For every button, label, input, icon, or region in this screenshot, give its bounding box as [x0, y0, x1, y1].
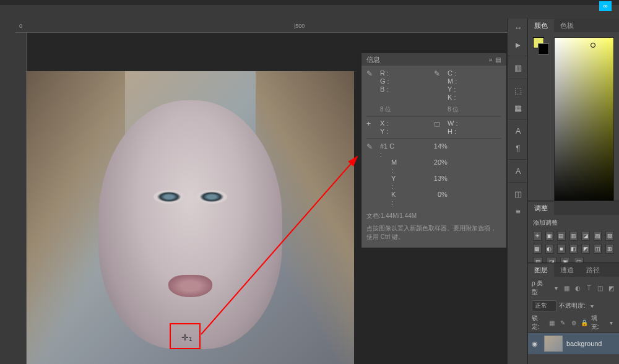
opacity-dropdown-icon[interactable]: ▾	[588, 301, 597, 310]
lock-transparency-icon[interactable]: ▦	[548, 318, 556, 327]
info-help-text: 点按图像以置入新颜色取样器。要用附加选项，使用 Ctrl 键。	[366, 224, 501, 241]
color-panel-tabs: 颜色 色板	[528, 19, 619, 32]
tab-color[interactable]: 颜色	[528, 19, 554, 32]
panel-menu-icon[interactable]: » ▤	[489, 56, 501, 63]
paragraph-icon[interactable]: ¶	[508, 139, 528, 157]
eyedropper-icon: ✎	[434, 69, 444, 102]
color-panel: 颜色 色板	[527, 19, 619, 212]
background-color-swatch[interactable]	[538, 43, 549, 54]
filter-adjust-icon[interactable]: ◐	[574, 284, 582, 292]
info-cmyk-mode: 8 位	[448, 105, 459, 114]
curves-icon[interactable]: ▤	[557, 231, 566, 241]
info-wh-readout: W : H :	[448, 119, 501, 136]
ruler-horizontal: 0 |500	[15, 22, 508, 33]
color-balance-icon[interactable]: ▧	[605, 231, 614, 241]
lock-position-icon[interactable]: ⊕	[569, 318, 578, 327]
brightness-icon[interactable]: ☀	[533, 231, 542, 241]
ruler-mark: |500	[294, 23, 305, 29]
info-rgb-mode: 8 位	[380, 105, 391, 114]
right-panel-dock: ↔ ▶ ▥ ⬚ ▦ A ¶ A ◫ ≡	[508, 19, 527, 364]
threshold-icon[interactable]: ⊞	[605, 244, 614, 254]
tab-swatches[interactable]: 色板	[554, 19, 580, 32]
swatches-icon[interactable]: ▦	[508, 99, 528, 116]
info-panel: 信息 » ▤ ✎ R : G : B : ✎ C : M : Y : K :	[361, 53, 507, 248]
color-lookup-icon[interactable]: ◧	[569, 244, 578, 254]
filter-pixel-icon[interactable]: ▦	[563, 284, 571, 292]
navigator-icon[interactable]: ⬚	[508, 82, 528, 99]
add-adjustment-label: 添加调整	[533, 219, 614, 227]
tab-layers[interactable]: 图层	[528, 264, 554, 277]
fill-label: 填充:	[591, 314, 605, 331]
photo-filter-icon[interactable]: ◐	[545, 244, 554, 254]
marquee-icon: ◻	[434, 119, 444, 136]
collapse-panels-icon[interactable]: ↔	[508, 19, 528, 36]
layer-thumbnail[interactable]	[544, 336, 563, 352]
info-panel-title: 信息	[366, 55, 380, 64]
layer-kind-label: ρ 类型	[532, 279, 549, 297]
document-image[interactable]	[27, 71, 354, 364]
info-document-size: 文档:1.44M/1.44M	[366, 212, 501, 220]
color-picker-field[interactable]	[554, 37, 614, 207]
info-sampler-readout: #1 C :14% M :20% Y :13% K :0%	[380, 142, 448, 207]
layers-panel: 图层 通道 路径 ρ 类型 ▾ ▦ ◐ T ◫ ◩ 正常 不透明度: ▾ 锁定:…	[527, 262, 619, 364]
vibrance-icon[interactable]: ◪	[581, 231, 590, 241]
opacity-label: 不透明度:	[559, 301, 586, 310]
tab-adjustments[interactable]: 调整	[528, 202, 554, 215]
exposure-icon[interactable]: ▥	[569, 231, 578, 241]
info-panel-header[interactable]: 信息 » ▤	[361, 53, 506, 66]
posterize-icon[interactable]: ◫	[594, 244, 602, 254]
layer-row[interactable]: ◉ background	[528, 333, 619, 354]
app-titlebar	[0, 0, 619, 5]
info-cmyk-readout: C : M : Y : K :	[448, 69, 501, 102]
blend-mode-select[interactable]: 正常	[532, 300, 556, 311]
bw-icon[interactable]: ▩	[533, 244, 542, 254]
ruler-vertical	[15, 33, 27, 364]
hue-icon[interactable]: ▨	[594, 231, 602, 241]
3d-icon[interactable]: ◫	[508, 185, 528, 202]
filter-type-icon[interactable]: T	[585, 284, 594, 292]
tab-channels[interactable]: 通道	[554, 264, 580, 277]
photo-content	[27, 71, 354, 364]
glyph-icon[interactable]: A	[508, 162, 528, 180]
lock-pixels-icon[interactable]: ✎	[558, 318, 566, 327]
adjustment-icons-row-1: ☀ ▣ ▤ ▥ ◪ ▨ ▧	[533, 231, 614, 241]
crosshair-icon: +	[366, 119, 376, 136]
lock-all-icon[interactable]: 🔒	[580, 318, 588, 327]
channel-mixer-icon[interactable]: ■	[557, 244, 566, 254]
layer-name-label[interactable]: background	[566, 340, 602, 347]
ruler-mark: 0	[19, 23, 22, 29]
fill-dropdown-icon[interactable]: ▾	[607, 318, 615, 327]
measure-icon[interactable]: ≡	[508, 202, 528, 220]
color-picker-cursor	[591, 43, 595, 48]
kind-dropdown-icon[interactable]: ▾	[552, 284, 560, 292]
filter-shape-icon[interactable]: ◫	[595, 284, 604, 292]
sampler-icon: ✎	[366, 142, 376, 207]
tab-paths[interactable]: 路径	[580, 264, 606, 277]
fg-bg-swatches[interactable]	[533, 37, 549, 207]
lock-label: 锁定:	[532, 314, 545, 331]
play-icon[interactable]: ▶	[508, 36, 528, 53]
type-icon[interactable]: A	[508, 122, 528, 139]
levels-icon[interactable]: ▣	[545, 231, 554, 241]
info-xy-readout: X : Y :	[380, 119, 434, 136]
layer-visibility-icon[interactable]: ◉	[532, 340, 540, 348]
histogram-icon[interactable]: ▥	[508, 59, 528, 76]
cloud-icon[interactable]: ∞	[599, 1, 612, 11]
invert-icon[interactable]: ◩	[581, 244, 590, 254]
info-rgb-readout: R : G : B :	[380, 69, 434, 102]
adjustment-icons-row-2: ▩ ◐ ■ ◧ ◩ ◫ ⊞	[533, 244, 614, 254]
filter-smart-icon[interactable]: ◩	[607, 284, 615, 292]
eyedropper-icon: ✎	[366, 69, 376, 102]
